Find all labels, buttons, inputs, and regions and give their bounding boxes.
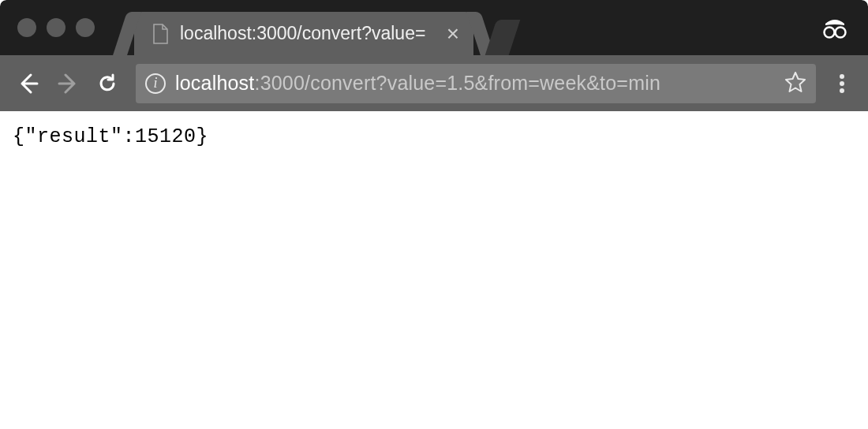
close-icon[interactable]: × xyxy=(447,23,459,45)
incognito-icon xyxy=(819,11,851,46)
site-info-icon[interactable]: i xyxy=(145,73,166,94)
background-tab-hint[interactable] xyxy=(491,20,526,55)
file-icon xyxy=(152,24,169,44)
svg-point-2 xyxy=(840,74,844,79)
window-titlebar: localhost:3000/convert?value= × xyxy=(0,0,868,55)
window-close-button[interactable] xyxy=(17,18,36,37)
url-path: :3000/convert?value=1.5&from=week&to=min xyxy=(254,72,660,94)
page-content: {"result":15120} xyxy=(0,111,868,429)
browser-tab-active[interactable]: localhost:3000/convert?value= × xyxy=(134,12,473,55)
forward-button[interactable] xyxy=(51,66,85,101)
window-minimize-button[interactable] xyxy=(47,18,65,37)
svg-point-3 xyxy=(840,81,844,86)
bookmark-star-icon[interactable] xyxy=(784,71,806,96)
svg-point-0 xyxy=(825,28,835,38)
svg-point-4 xyxy=(840,88,844,93)
back-button[interactable] xyxy=(11,66,46,101)
traffic-lights xyxy=(17,18,95,37)
window-maximize-button[interactable] xyxy=(76,18,95,37)
address-bar[interactable]: i localhost:3000/convert?value=1.5&from=… xyxy=(136,64,816,103)
reload-button[interactable] xyxy=(90,66,125,101)
browser-toolbar: i localhost:3000/convert?value=1.5&from=… xyxy=(0,55,868,111)
tab-title: localhost:3000/convert?value= xyxy=(180,23,439,44)
url-host: localhost xyxy=(175,72,254,94)
response-body: {"result":15120} xyxy=(13,125,855,148)
svg-point-1 xyxy=(836,28,846,38)
browser-menu-button[interactable] xyxy=(827,66,857,101)
url-text: localhost:3000/convert?value=1.5&from=we… xyxy=(175,72,775,95)
